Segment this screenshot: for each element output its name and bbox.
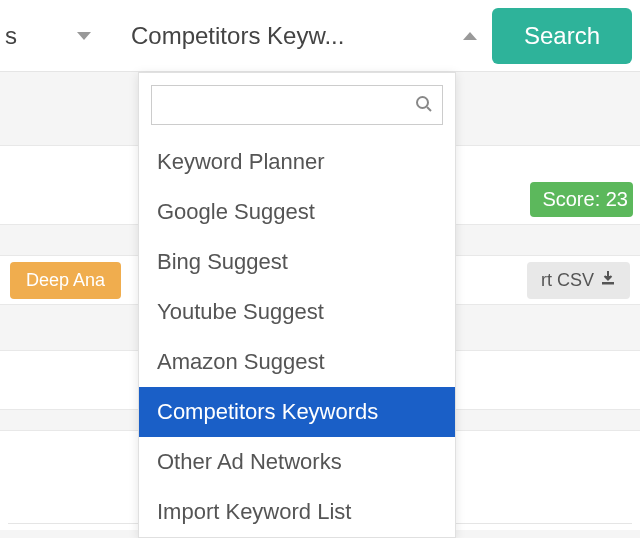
score-badge: Score: 23 (530, 182, 633, 217)
search-icon (415, 95, 433, 118)
dropdown-item-keyword-planner[interactable]: Keyword Planner (139, 137, 455, 187)
dropdown-item-youtube-suggest[interactable]: Youtube Suggest (139, 287, 455, 337)
dropdown-list: Keyword Planner Google Suggest Bing Sugg… (139, 137, 455, 537)
dropdown-item-bing-suggest[interactable]: Bing Suggest (139, 237, 455, 287)
dropdown-item-competitors-keywords[interactable]: Competitors Keywords (139, 387, 455, 437)
dropdown-item-import-keyword-list[interactable]: Import Keyword List (139, 487, 455, 537)
dropdown-item-google-suggest[interactable]: Google Suggest (139, 187, 455, 237)
export-csv-button[interactable]: rt CSV (527, 262, 630, 299)
top-bar: s Competitors Keyw... Search (0, 0, 640, 72)
dropdown-item-other-ad-networks[interactable]: Other Ad Networks (139, 437, 455, 487)
download-icon (600, 270, 616, 291)
source-dropdown[interactable]: Competitors Keyw... (111, 0, 492, 71)
deep-analysis-button[interactable]: Deep Ana (10, 262, 121, 299)
svg-point-1 (417, 97, 428, 108)
source-dropdown-label: Competitors Keyw... (131, 22, 344, 50)
source-dropdown-panel: Keyword Planner Google Suggest Bing Sugg… (138, 72, 456, 538)
dropdown-item-amazon-suggest[interactable]: Amazon Suggest (139, 337, 455, 387)
left-dropdown[interactable]: s (0, 0, 111, 71)
dropdown-search-wrap (139, 73, 455, 137)
chevron-down-icon (77, 32, 91, 40)
dropdown-search-input[interactable] (151, 85, 443, 125)
svg-line-2 (427, 107, 431, 111)
search-button[interactable]: Search (492, 8, 632, 64)
chevron-up-icon (463, 32, 477, 40)
left-dropdown-label: s (0, 22, 17, 50)
export-csv-label: rt CSV (541, 270, 594, 291)
svg-rect-0 (602, 282, 614, 285)
